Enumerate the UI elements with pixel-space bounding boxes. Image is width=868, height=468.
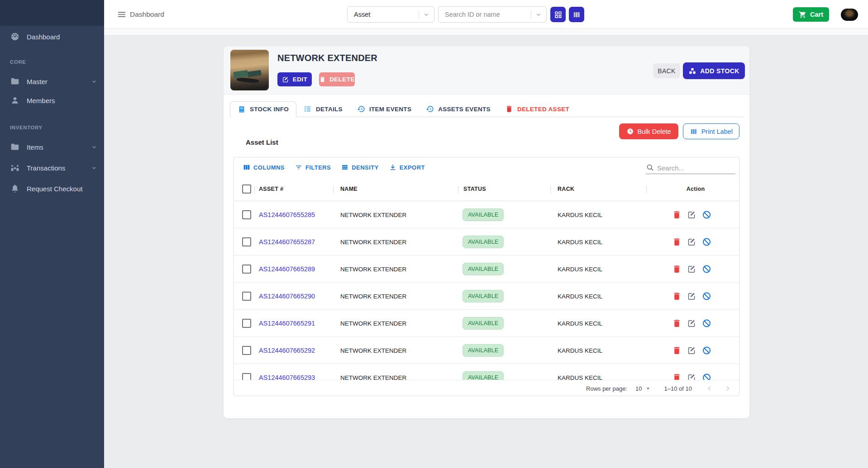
edit-asset-button[interactable] xyxy=(687,373,696,380)
add-stock-button[interactable]: ADD STOCK xyxy=(683,62,745,79)
chevron-down-icon xyxy=(422,10,430,19)
delete-asset-button[interactable] xyxy=(672,373,682,380)
column-header-status[interactable]: STATUS xyxy=(463,186,486,192)
block-icon xyxy=(702,291,711,301)
tab-assets-events[interactable]: ASSETS EVENTS xyxy=(419,101,498,117)
column-header-rack[interactable]: RACK xyxy=(558,186,574,192)
block-asset-button[interactable] xyxy=(702,345,711,355)
asset-id-link[interactable]: AS1244607655287 xyxy=(259,238,315,246)
menu-toggle-button[interactable] xyxy=(117,9,127,19)
rows-per-page-select[interactable]: 10 xyxy=(635,385,651,392)
sidebar-item-master[interactable]: Master xyxy=(0,72,104,90)
tab-bar: STOCK INFO DETAILS ITEM EVENTS xyxy=(230,101,743,117)
edit-button[interactable]: EDIT xyxy=(277,72,312,86)
delete-asset-button[interactable] xyxy=(672,345,682,355)
filters-button[interactable]: FILTERS xyxy=(291,161,335,174)
entity-type-select[interactable]: Asset xyxy=(347,6,434,23)
delete-label: DELETE xyxy=(329,76,355,83)
asset-id-link[interactable]: AS1244607665292 xyxy=(259,347,315,354)
tab-item-events[interactable]: ITEM EVENTS xyxy=(350,101,419,117)
person-icon xyxy=(10,95,21,106)
edit-asset-button[interactable] xyxy=(687,264,696,274)
edit-asset-button[interactable] xyxy=(687,291,696,301)
grid-toolbar: COLUMNS FILTERS DENSITY EXPORT xyxy=(234,157,739,177)
row-checkbox[interactable] xyxy=(242,346,251,355)
row-checkbox[interactable] xyxy=(242,292,251,301)
sidebar-item-request-checkout[interactable]: Request Checkout xyxy=(0,180,104,198)
barcode-scan-button[interactable] xyxy=(569,7,584,22)
asset-id-link[interactable]: AS1244607665289 xyxy=(259,265,315,273)
table-body: AS1244607655285 NETWORK EXTENDER AVAILAB… xyxy=(234,201,739,380)
column-header-name[interactable]: NAME xyxy=(340,186,358,192)
asset-name: NETWORK EXTENDER xyxy=(340,374,406,380)
print-label-button[interactable]: Print Label xyxy=(683,123,739,139)
block-asset-button[interactable] xyxy=(702,291,711,301)
column-header-action[interactable]: Action xyxy=(675,186,716,192)
product-image xyxy=(230,50,269,90)
tab-details[interactable]: DETAILS xyxy=(296,101,350,117)
sidebar-item-members[interactable]: Members xyxy=(0,91,104,109)
table-row: AS1244607655287 NETWORK EXTENDER AVAILAB… xyxy=(234,228,739,255)
qr-scan-button[interactable] xyxy=(550,7,566,22)
column-header-asset[interactable]: ASSET # xyxy=(259,186,283,192)
bulk-delete-label: Bulk Delete xyxy=(638,128,671,135)
block-asset-button[interactable] xyxy=(702,264,711,274)
block-asset-button[interactable] xyxy=(702,318,711,328)
asset-id-link[interactable]: AS1244607655285 xyxy=(259,211,315,218)
sidebar-item-transactions[interactable]: Transactions xyxy=(0,159,104,177)
table-header: ASSET # NAME STATUS RACK Action xyxy=(234,177,739,201)
tab-stock-info[interactable]: STOCK INFO xyxy=(230,101,296,117)
tab-deleted-asset[interactable]: DELETED ASSET xyxy=(498,101,577,117)
back-button[interactable]: BACK xyxy=(653,63,680,78)
sidebar-item-items[interactable]: Items xyxy=(0,138,104,156)
row-checkbox[interactable] xyxy=(242,237,251,246)
bulk-delete-button[interactable]: Bulk Delete xyxy=(619,123,678,139)
search-input[interactable] xyxy=(657,164,735,172)
trash-icon xyxy=(672,318,682,328)
delete-asset-button[interactable] xyxy=(672,237,682,246)
block-asset-button[interactable] xyxy=(702,373,711,380)
density-button[interactable]: DENSITY xyxy=(337,161,383,174)
edit-asset-button[interactable] xyxy=(687,210,696,219)
asset-id-link[interactable]: AS1244607665293 xyxy=(259,374,315,380)
user-avatar[interactable] xyxy=(841,9,858,21)
delete-asset-button[interactable] xyxy=(672,210,682,219)
global-search-select[interactable]: Search ID or name xyxy=(438,6,547,23)
delete-asset-button[interactable] xyxy=(672,264,682,274)
block-icon xyxy=(702,345,711,355)
row-checkbox[interactable] xyxy=(242,210,251,219)
delete-asset-button[interactable] xyxy=(672,318,682,328)
asset-rack: KARDUS KECIL xyxy=(558,320,602,326)
columns-button[interactable]: COLUMNS xyxy=(238,161,289,174)
sidebar-item-label: Request Checkout xyxy=(27,185,82,193)
edit-pencil-icon xyxy=(282,76,289,83)
barcode-icon xyxy=(572,10,581,19)
sidebar-section-inventory: INVENTORY xyxy=(10,125,43,130)
row-actions xyxy=(672,237,711,246)
sidebar-section-core: CORE xyxy=(10,59,26,65)
select-divider xyxy=(419,10,419,19)
edit-asset-button[interactable] xyxy=(687,237,696,246)
app-root: Dashboard CORE Master Members INVENTORY … xyxy=(0,0,868,468)
sidebar-item-label: Items xyxy=(27,143,43,151)
asset-name: NETWORK EXTENDER xyxy=(340,211,406,218)
delete-button[interactable]: DELETE xyxy=(319,72,355,86)
row-checkbox[interactable] xyxy=(242,265,251,274)
cart-button[interactable]: Cart xyxy=(793,7,829,22)
block-asset-button[interactable] xyxy=(702,237,711,246)
edit-asset-button[interactable] xyxy=(687,318,696,328)
previous-page-button[interactable] xyxy=(704,383,715,394)
trash-icon xyxy=(505,105,513,113)
row-checkbox[interactable] xyxy=(242,319,251,328)
next-page-button[interactable] xyxy=(722,383,734,394)
block-asset-button[interactable] xyxy=(702,210,711,219)
select-all-checkbox[interactable] xyxy=(242,184,251,194)
delete-asset-button[interactable] xyxy=(672,291,682,301)
edit-asset-button[interactable] xyxy=(687,345,696,355)
export-button[interactable]: EXPORT xyxy=(385,161,429,174)
edit-pencil-icon xyxy=(687,318,696,328)
asset-id-link[interactable]: AS1244607665291 xyxy=(259,320,315,327)
asset-id-link[interactable]: AS1244607665290 xyxy=(259,293,315,300)
sidebar-item-dashboard[interactable]: Dashboard xyxy=(0,28,104,46)
row-checkbox[interactable] xyxy=(242,373,251,380)
